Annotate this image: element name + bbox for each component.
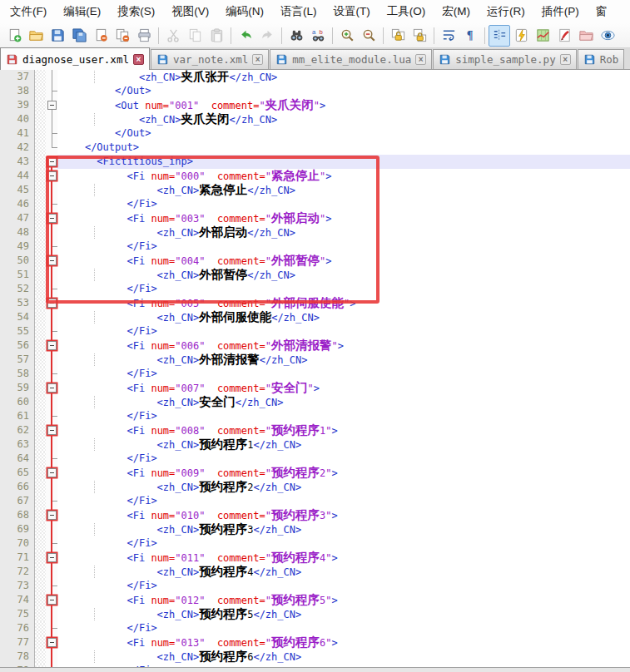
menu-item-6[interactable]: 设置(T) [325, 1, 379, 22]
close-file-button[interactable] [90, 25, 112, 47]
editor[interactable]: 37 <zh_CN>夹爪张开</zh_CN>38 </Out>39 <Out n… [0, 70, 630, 672]
line-number[interactable]: 77 [0, 635, 35, 650]
code-line-56[interactable]: <Fi num="006" comment="外部清报警"> [57, 338, 630, 353]
line-number[interactable]: 37 [0, 70, 35, 84]
code-line-74[interactable]: <Fi num="012" comment="预约程序5"> [57, 593, 630, 607]
menu-item-4[interactable]: 编码(N) [217, 1, 272, 22]
fold-toggle-62[interactable] [47, 426, 57, 435]
fold-toggle-59[interactable] [47, 383, 57, 393]
line-number[interactable]: 45 [0, 183, 35, 197]
fold-toggle-43[interactable] [47, 157, 57, 166]
line-number[interactable]: 44 [0, 169, 35, 183]
save-all-button[interactable] [68, 25, 90, 47]
menu-item-3[interactable]: 视图(V) [163, 1, 217, 22]
line-number[interactable]: 40 [0, 112, 35, 126]
menu-item-11[interactable]: 窗 [588, 1, 616, 22]
code-line-50[interactable]: <Fi num="004" comment="外部暂停"> [57, 254, 630, 268]
line-number[interactable]: 59 [0, 381, 35, 395]
print-button[interactable] [133, 25, 155, 47]
line-number[interactable]: 46 [0, 197, 35, 211]
fold-toggle-68[interactable] [47, 511, 57, 520]
code-line-60[interactable]: <zh_CN>安全门</zh_CN> [57, 395, 630, 409]
code-line-52[interactable]: </Fi> [57, 282, 630, 296]
menu-item-9[interactable]: 运行(R) [479, 1, 533, 22]
code-line-39[interactable]: <Out num="001" comment="夹爪关闭"> [57, 98, 630, 112]
code-line-44[interactable]: <Fi num="000" comment="紧急停止"> [57, 169, 630, 183]
code-line-72[interactable]: <zh_CN>预约程序4</zh_CN> [57, 565, 630, 579]
fold-toggle-56[interactable] [47, 341, 57, 350]
fold-toggle-47[interactable] [47, 214, 57, 223]
line-number[interactable]: 58 [0, 367, 35, 381]
line-number[interactable]: 48 [0, 225, 35, 240]
indent-guide-button[interactable] [489, 25, 510, 47]
fold-toggle-65[interactable] [47, 468, 57, 477]
code-line-40[interactable]: <zh_CN>夹爪关闭</zh_CN> [57, 112, 630, 126]
zoom-in-button[interactable] [336, 25, 358, 47]
line-number[interactable]: 76 [0, 621, 35, 635]
line-number[interactable]: 63 [0, 437, 35, 452]
sync-vertical-button[interactable] [387, 25, 409, 47]
undo-button[interactable] [235, 25, 256, 47]
code-line-57[interactable]: <zh_CN>外部清报警</zh_CN> [57, 353, 630, 367]
line-number[interactable]: 62 [0, 423, 35, 437]
tab-close-button[interactable]: × [252, 54, 263, 65]
code-line-65[interactable]: <Fi num="009" comment="预约程序2"> [57, 466, 630, 480]
code-line-47[interactable]: <Fi num="003" comment="外部启动"> [57, 211, 630, 225]
line-number[interactable]: 50 [0, 254, 35, 268]
save-button[interactable] [47, 25, 68, 47]
line-number[interactable]: 73 [0, 579, 35, 593]
show-all-chars-button[interactable]: ¶ [459, 25, 481, 47]
line-number[interactable]: 60 [0, 395, 35, 409]
tab-close-button[interactable]: × [415, 54, 426, 65]
find-button[interactable] [285, 25, 307, 47]
tab-simple_sample-py[interactable]: simple_sample.py× [433, 49, 576, 69]
line-number[interactable]: 71 [0, 551, 35, 565]
line-number[interactable]: 55 [0, 324, 35, 338]
fold-toggle-74[interactable] [47, 595, 57, 605]
line-number[interactable]: 70 [0, 536, 35, 551]
fold-toggle-77[interactable] [47, 638, 57, 647]
code-line-78[interactable]: <zh_CN>预约程序6</zh_CN> [57, 650, 630, 664]
code-line-75[interactable]: <zh_CN>预约程序5</zh_CN> [57, 607, 630, 621]
line-number[interactable]: 41 [0, 126, 35, 141]
menu-item-7[interactable]: 工具(O) [379, 1, 434, 22]
code-line-37[interactable]: <zh_CN>夹爪张开</zh_CN> [57, 70, 630, 84]
line-number[interactable]: 61 [0, 409, 35, 423]
line-number[interactable]: 54 [0, 310, 35, 324]
code-line-68[interactable]: <Fi num="010" comment="预约程序3"> [57, 508, 630, 522]
document-map-button[interactable] [532, 25, 553, 47]
fold-toggle-53[interactable] [47, 299, 57, 308]
folder-workspace-button[interactable] [575, 25, 597, 47]
code-line-66[interactable]: <zh_CN>预约程序2</zh_CN> [57, 480, 630, 494]
line-number[interactable]: 66 [0, 480, 35, 494]
line-number[interactable]: 68 [0, 508, 35, 522]
line-number[interactable]: 42 [0, 141, 35, 155]
menu-item-1[interactable]: 编辑(E) [55, 1, 109, 22]
line-number[interactable]: 52 [0, 282, 35, 296]
code-line-51[interactable]: <zh_CN>外部暂停</zh_CN> [57, 268, 630, 282]
zoom-out-button[interactable] [358, 25, 379, 47]
code-line-42[interactable]: </Output> [57, 141, 630, 155]
line-number[interactable]: 39 [0, 98, 35, 112]
code-line-67[interactable]: </Fi> [57, 494, 630, 508]
tab-close-button[interactable]: × [560, 54, 571, 65]
replace-button[interactable]: ab [307, 25, 329, 47]
paste-button[interactable] [206, 25, 227, 47]
line-number[interactable]: 78 [0, 650, 35, 664]
line-number[interactable]: 67 [0, 494, 35, 508]
code-line-53[interactable]: <Fi num="005" comment="外部伺服使能"> [57, 296, 630, 310]
code-line-48[interactable]: <zh_CN>外部启动</zh_CN> [57, 225, 630, 240]
code-line-73[interactable]: </Fi> [57, 579, 630, 593]
fold-toggle-50[interactable] [47, 256, 57, 265]
tab-Rob[interactable]: Rob [578, 49, 625, 69]
code-line-61[interactable]: </Fi> [57, 409, 630, 423]
line-number[interactable]: 43 [0, 155, 35, 169]
tab-mm_elite_module-lua[interactable]: mm_elite_module.lua× [270, 49, 432, 69]
code-line-70[interactable]: </Fi> [57, 536, 630, 551]
code-line-76[interactable]: </Fi> [57, 621, 630, 635]
menu-item-10[interactable]: 插件(P) [533, 1, 588, 22]
code-line-46[interactable]: </Fi> [57, 197, 630, 211]
close-all-button[interactable] [112, 25, 133, 47]
open-folder-button[interactable] [25, 25, 47, 47]
line-number[interactable]: 74 [0, 593, 35, 607]
